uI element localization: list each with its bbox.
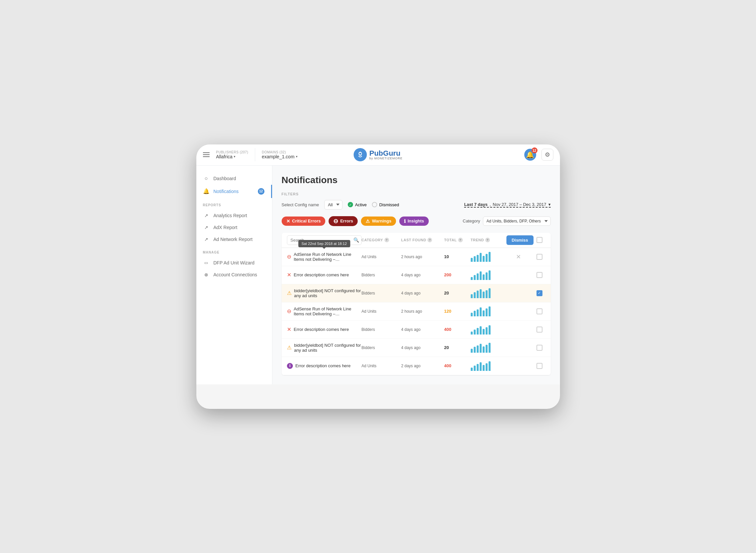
settings-button[interactable]: ⚙ <box>541 149 553 161</box>
errors-minus-icon: ⊖ <box>333 218 338 224</box>
mini-chart-4 <box>471 306 504 316</box>
status-group: Active Dismissed <box>348 202 399 207</box>
notification-desc-4: ⊖ AdSense Run of Network Line Items not … <box>287 306 362 316</box>
chip-critical-label: Critical Errors <box>292 219 321 224</box>
category-filter-label: Category <box>463 219 480 224</box>
dismissed-label: Dismissed <box>379 202 399 207</box>
bar <box>477 345 479 353</box>
col-header-category: CATEGORY ? <box>362 238 401 242</box>
manage-section-label: MANAGE <box>196 245 272 257</box>
bar <box>488 361 490 371</box>
warning-icon: ⚠ <box>287 344 292 351</box>
error-icon: ✕ <box>287 326 291 332</box>
sidebar: ○ Dashboard 🔔 Notifications 12 REPORTS ↗… <box>196 166 273 384</box>
bar <box>471 331 473 334</box>
bar <box>477 255 479 262</box>
logo-icon <box>353 148 367 161</box>
cell-time-7: 2 days ago <box>401 364 444 368</box>
sidebar-item-dashboard[interactable]: ○ Dashboard <box>196 172 272 185</box>
chips-row: ✕ Critical Errors ⊖ Errors ⚠ Warnings ℹ … <box>282 216 551 226</box>
col-last-found-label: LAST FOUND <box>401 238 427 242</box>
domain-name: example_1.com <box>262 154 295 159</box>
dismiss-row-button-1[interactable]: ✕ <box>516 253 521 260</box>
cell-total-7: 400 <box>444 363 471 368</box>
sidebar-item-account[interactable]: ⊗ Account Connections <box>196 269 272 281</box>
date-range-picker[interactable]: Last 7 days, Nov 27, 2017 – Dec 3, 2017 … <box>464 202 550 208</box>
sidebar-item-adx[interactable]: ↗ AdX Report <box>196 222 272 233</box>
bar <box>482 329 484 334</box>
checkbox-cell-2 <box>534 272 545 278</box>
hamburger-menu[interactable] <box>203 152 210 157</box>
bar <box>485 290 487 298</box>
bar <box>480 271 482 280</box>
account-icon: ⊗ <box>203 272 210 277</box>
total-help-icon: ? <box>458 238 463 242</box>
cell-category-5: Bidders <box>362 327 401 332</box>
table-row: Sat 22nd Sep 2018 at 18:12 ⊖ AdSense Run… <box>282 248 551 266</box>
bell-button[interactable]: 🔔 12 <box>524 149 536 161</box>
chip-insights[interactable]: ℹ Insights <box>399 217 429 226</box>
filters-label: FILTERS <box>282 192 551 196</box>
checkbox-cell-1 <box>534 254 545 260</box>
cell-category-2: Bidders <box>362 273 401 277</box>
bar <box>474 292 476 298</box>
bar <box>480 362 482 371</box>
sidebar-item-notifications[interactable]: 🔔 Notifications 12 <box>196 185 272 198</box>
notification-text: Error description comes here <box>296 363 351 368</box>
chip-errors[interactable]: ⊖ Errors <box>328 216 358 226</box>
cell-category-4: Ad Units <box>362 309 401 314</box>
chip-errors-label: Errors <box>340 219 353 224</box>
svg-point-2 <box>359 153 361 155</box>
action-cell-1: ✕ <box>504 253 534 260</box>
cell-total-6: 20 <box>444 345 471 350</box>
dismiss-button[interactable]: Dismiss <box>507 235 534 245</box>
sidebar-item-dfp[interactable]: ▭ DFP Ad Unit Wizard <box>196 257 272 269</box>
cell-total-5: 400 <box>444 327 471 332</box>
header-checkbox[interactable] <box>536 237 542 243</box>
mini-chart-6 <box>471 343 504 353</box>
cell-total-4: 120 <box>444 309 471 314</box>
sidebar-item-label: Account Connections <box>214 272 257 277</box>
row-checkbox-2[interactable] <box>536 272 542 278</box>
bar <box>474 347 476 352</box>
chip-warnings[interactable]: ⚠ Warnings <box>361 217 396 226</box>
table-row: ✕ Error description comes here Bidders 4… <box>282 266 551 284</box>
config-select[interactable]: All <box>324 200 343 210</box>
logo-main-text: PubGuru <box>369 150 403 157</box>
checkbox-cell-6 <box>534 345 545 351</box>
bar <box>480 289 482 298</box>
status-dismissed-option[interactable]: Dismissed <box>372 202 399 207</box>
category-help-icon: ? <box>384 238 389 242</box>
info-icon: ℹ <box>287 363 293 369</box>
chip-critical-errors[interactable]: ✕ Critical Errors <box>282 217 326 226</box>
header-checkbox-cell <box>534 237 545 243</box>
logo-sub-text: by MONETIZEMORE <box>369 157 403 160</box>
row-checkbox-6[interactable] <box>536 345 542 351</box>
domains-label: DOMAINS (32) <box>262 150 298 154</box>
sidebar-item-analytics[interactable]: ↗ Analytics Report <box>196 210 272 222</box>
bar <box>480 344 482 352</box>
col-header-total: TOTAL ? <box>444 238 471 242</box>
sidebar-item-label: Analytics Report <box>214 213 247 218</box>
notifications-icon: 🔔 <box>203 188 210 194</box>
logo: PubGuru by MONETIZEMORE <box>353 148 403 161</box>
table-row: ✕ Error description comes here Bidders 4… <box>282 321 551 339</box>
bar <box>474 329 476 334</box>
bar <box>488 325 490 334</box>
row-checkbox-5[interactable] <box>536 327 542 332</box>
bar <box>485 363 487 371</box>
status-active-option[interactable]: Active <box>348 202 367 207</box>
cell-time-3: 4 days ago <box>401 291 444 296</box>
bar <box>477 328 479 334</box>
category-select[interactable]: Ad Units, Bidders, DFP, Others <box>483 217 551 226</box>
sidebar-item-adnetwork[interactable]: ↗ Ad Network Report <box>196 233 272 245</box>
row-checkbox-1[interactable] <box>536 254 542 260</box>
cell-total-2: 200 <box>444 272 471 277</box>
bar <box>474 366 476 371</box>
row-checkbox-3[interactable] <box>536 290 542 296</box>
domain-dropdown[interactable]: example_1.com ▾ <box>262 154 298 159</box>
row-checkbox-4[interactable] <box>536 308 542 314</box>
publisher-dropdown[interactable]: Allafrica ▾ <box>216 154 248 159</box>
search-input[interactable] <box>287 235 362 245</box>
row-checkbox-7[interactable] <box>536 363 542 369</box>
